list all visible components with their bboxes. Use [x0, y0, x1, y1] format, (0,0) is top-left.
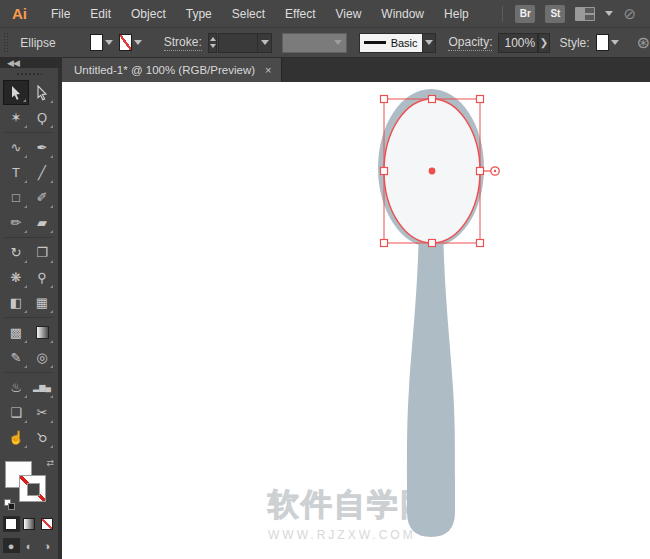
menu-view[interactable]: View: [326, 0, 372, 28]
brush-definition-chevron[interactable]: [423, 33, 437, 53]
stroke-weight-stepper[interactable]: [208, 33, 218, 53]
stroke-weight-chevron[interactable]: [258, 33, 272, 53]
menu-help[interactable]: Help: [434, 0, 479, 28]
collapse-panel-icon[interactable]: ◀◀: [7, 58, 19, 68]
menubar-right-icons: Br St ⊘: [502, 5, 650, 23]
color-button[interactable]: [3, 516, 20, 532]
toolbar: ◀◀ ✶: [0, 58, 62, 559]
perspective-grid-tool[interactable]: ▦: [29, 290, 55, 315]
variable-width-dropdown: [282, 33, 347, 53]
column-graph-tool[interactable]: ▂▆▄: [29, 375, 55, 400]
panel-grip[interactable]: [3, 32, 8, 54]
draw-behind-button[interactable]: ◐: [21, 538, 38, 553]
color-chip-icon: [5, 518, 17, 530]
selection-cursor-icon: [9, 85, 23, 101]
magic-wand-tool[interactable]: ✶: [3, 105, 29, 130]
artboard-tool[interactable]: ❏: [3, 400, 29, 425]
stroke-weight-label[interactable]: Stroke:: [164, 35, 202, 51]
center-anchor-dot: [429, 168, 436, 175]
style-swatch[interactable]: [596, 34, 609, 51]
direct-selection-tool[interactable]: [29, 80, 55, 105]
toolbar-divider: [5, 317, 53, 318]
opacity-label[interactable]: Opacity:: [448, 35, 492, 51]
spoon-artwork[interactable]: [62, 82, 648, 559]
gradient-button[interactable]: [21, 516, 38, 532]
stroke-color-swatch[interactable]: [119, 34, 132, 51]
gpu-performance-icon[interactable]: ⊘: [623, 5, 636, 23]
menu-effect[interactable]: Effect: [275, 0, 325, 28]
fill-color-chevron[interactable]: [104, 34, 115, 51]
illustrator-window: Ai File Edit Object Type Select Effect V…: [0, 0, 650, 559]
close-icon[interactable]: ×: [265, 64, 271, 76]
zoom-tool[interactable]: ⚲: [29, 425, 55, 450]
toolbar-divider: [5, 372, 53, 373]
eyedropper-tool[interactable]: ✎: [3, 345, 29, 370]
paintbrush-tool[interactable]: ✐: [29, 185, 55, 210]
draw-inside-button[interactable]: ◑: [39, 538, 56, 553]
scale-tool[interactable]: ❐: [29, 240, 55, 265]
control-bar: Ellipse Stroke: Basic Opacity: 100% ❯ St…: [0, 28, 650, 58]
document-area: Untitled-1* @ 100% (RGB/Preview) × 软件自学网…: [62, 58, 650, 559]
eraser-tool[interactable]: ▰: [29, 210, 55, 235]
line-segment-tool[interactable]: ╱: [29, 160, 55, 185]
document-tab-title: Untitled-1* @ 100% (RGB/Preview): [74, 64, 255, 76]
slice-tool[interactable]: ✂: [29, 400, 55, 425]
menu-edit[interactable]: Edit: [80, 0, 121, 28]
gradient-tool[interactable]: [29, 320, 55, 345]
selection-tool[interactable]: [3, 80, 29, 105]
width-tool[interactable]: ❋: [3, 265, 29, 290]
direct-selection-cursor-icon: [35, 85, 49, 101]
menu-type[interactable]: Type: [176, 0, 222, 28]
none-chip-icon: [41, 518, 53, 530]
toolbar-grip[interactable]: [16, 72, 42, 77]
shape-builder-tool[interactable]: ◧: [3, 290, 29, 315]
stock-button[interactable]: St: [545, 5, 565, 23]
bridge-button[interactable]: Br: [515, 5, 535, 23]
type-tool[interactable]: T: [3, 160, 29, 185]
curvature-tool[interactable]: ∿: [3, 135, 29, 160]
default-fill-stroke-icon[interactable]: [4, 499, 15, 510]
symbol-sprayer-tool[interactable]: ♨: [3, 375, 29, 400]
active-tool-label: Ellipse: [20, 36, 55, 50]
menu-select[interactable]: Select: [222, 0, 275, 28]
toolbar-divider: [5, 237, 53, 238]
menu-window[interactable]: Window: [371, 0, 434, 28]
opacity-field[interactable]: 100%: [498, 33, 538, 53]
gradient-chip-icon: [36, 326, 49, 339]
stroke-color-chevron[interactable]: [133, 34, 144, 51]
blend-tool[interactable]: ◎: [29, 345, 55, 370]
pen-tool[interactable]: ✒: [29, 135, 55, 160]
chevron-down-icon[interactable]: [605, 11, 613, 16]
swap-fill-stroke-icon[interactable]: ⇄: [46, 458, 54, 468]
menu-file[interactable]: File: [41, 0, 80, 28]
workspace: ◀◀ ✶: [0, 58, 650, 559]
ai-logo: Ai: [12, 5, 27, 22]
style-chevron[interactable]: [610, 34, 621, 51]
brush-name: Basic: [391, 37, 418, 49]
canvas[interactable]: 软件自学网 WWW.RJZXW.COM: [62, 82, 650, 559]
hand-tool[interactable]: ☝: [3, 425, 29, 450]
none-button[interactable]: [39, 516, 56, 532]
puppet-warp-tool[interactable]: ⚲: [29, 265, 55, 290]
lasso-tool[interactable]: Ϙ: [29, 105, 55, 130]
drawing-mode-buttons: ● ◐ ◑: [3, 538, 56, 553]
menu-object[interactable]: Object: [121, 0, 176, 28]
brush-definition-dropdown[interactable]: Basic: [359, 33, 422, 53]
rotate-tool[interactable]: ↻: [3, 240, 29, 265]
pie-widget-dot: [494, 170, 496, 172]
document-tab[interactable]: Untitled-1* @ 100% (RGB/Preview) ×: [62, 58, 282, 82]
pencil-tool[interactable]: ✏: [3, 210, 29, 235]
toolbar-panel: ✶ Ϙ ∿ ✒ T ╱ □ ✐ ✏ ▰: [0, 68, 58, 559]
color-wheel-icon[interactable]: ⊛: [637, 33, 650, 52]
stroke-weight-field[interactable]: [218, 33, 258, 53]
document-tabstrip: Untitled-1* @ 100% (RGB/Preview) ×: [62, 58, 650, 82]
spoon-handle-shape: [407, 222, 455, 537]
draw-normal-button[interactable]: ●: [3, 538, 20, 553]
opacity-expand-button[interactable]: ❯: [538, 33, 549, 53]
fill-color-swatch[interactable]: [90, 34, 103, 51]
stroke-swatch[interactable]: [19, 475, 46, 502]
rectangle-tool[interactable]: □: [3, 185, 29, 210]
style-label: Style:: [560, 36, 590, 50]
workspace-switcher-icon[interactable]: [575, 7, 595, 21]
mesh-tool[interactable]: ▩: [3, 320, 29, 345]
